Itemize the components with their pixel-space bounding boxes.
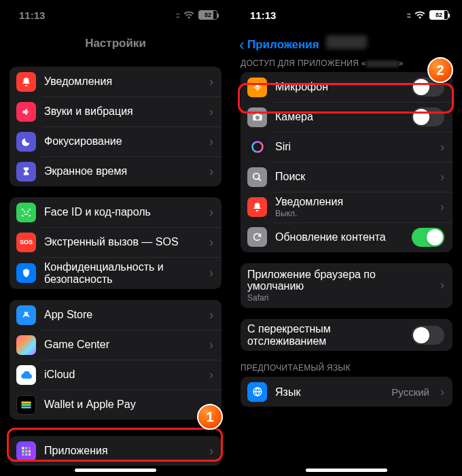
home-indicator[interactable] (75, 469, 156, 472)
chevron-right-icon: › (440, 278, 444, 292)
svg-rect-7 (29, 447, 31, 449)
row-siri[interactable]: Siri › (241, 132, 452, 162)
row-focus[interactable]: Фокусирование › (10, 126, 221, 156)
cell-signal-icon: :: (176, 11, 179, 19)
row-cross-tracking[interactable]: С перекрестным отслеживанием (241, 319, 452, 351)
row-applications[interactable]: Приложения › (10, 436, 221, 466)
group-apps: Приложения › (10, 436, 221, 466)
refresh-icon (247, 227, 267, 247)
row-label: App Store (44, 309, 201, 321)
row-label: Поиск (275, 171, 432, 183)
bell-icon (16, 72, 36, 92)
row-label: Экстренный вызов — SOS (44, 236, 201, 248)
row-label: Уведомления (44, 75, 201, 88)
row-screentime[interactable]: Экранное время › (10, 156, 221, 186)
wifi-icon (414, 10, 425, 21)
chevron-right-icon: › (209, 235, 213, 250)
back-label: Приложения (247, 38, 319, 52)
svg-point-0 (24, 211, 24, 211)
hourglass-icon (16, 162, 36, 182)
row-value: Русский (391, 386, 429, 398)
svg-rect-13 (29, 454, 31, 456)
app-name-redacted (326, 35, 367, 49)
row-label: Game Center (44, 339, 201, 351)
moon-icon (16, 132, 36, 152)
svg-rect-10 (29, 450, 31, 453)
row-microphone[interactable]: Микрофон (241, 72, 452, 102)
chevron-right-icon: › (209, 75, 213, 89)
row-label: Фокусирование (44, 135, 201, 148)
row-language[interactable]: Язык Русский › (241, 377, 452, 407)
svg-rect-8 (22, 450, 24, 453)
toggle-camera[interactable] (412, 107, 444, 126)
chevron-right-icon: › (209, 444, 213, 458)
svg-point-1 (27, 211, 28, 211)
cloud-icon (16, 365, 36, 385)
row-icloud[interactable]: iCloud › (10, 360, 221, 390)
row-notifications[interactable]: Уведомления Выкл. › (241, 192, 452, 222)
svg-rect-9 (25, 450, 28, 453)
grid-icon (16, 441, 36, 461)
chevron-right-icon: › (209, 205, 213, 220)
row-default-browser[interactable]: Приложение браузера по умолчанию Safari … (241, 263, 452, 308)
group-apple-services: App Store › Game Center › iCloud › Walle… (10, 300, 221, 420)
svg-rect-11 (22, 454, 24, 456)
sos-icon: SOS (16, 233, 36, 252)
bell-icon (247, 197, 267, 217)
row-label: iCloud (44, 369, 201, 381)
back-button[interactable]: ‹ Приложения (239, 35, 319, 54)
chevron-right-icon: › (440, 140, 444, 154)
svg-point-15 (253, 173, 260, 179)
row-label: С перекрестным отслеживанием (247, 323, 404, 347)
wallet-icon (16, 395, 36, 415)
row-notifications[interactable]: Уведомления › (10, 67, 221, 97)
group-language: Язык Русский › (241, 377, 452, 407)
row-label: Wallet и Apple Pay (44, 398, 201, 411)
content-left: Уведомления › Звуки и вибрация › Фокусир… (0, 67, 231, 474)
status-time: 11:13 (250, 10, 276, 21)
row-appstore[interactable]: App Store › (10, 300, 221, 330)
chevron-right-icon: › (440, 200, 444, 214)
cell-signal-icon: :: (407, 11, 410, 19)
row-label: Siri (275, 141, 432, 153)
svg-rect-5 (22, 447, 24, 449)
home-indicator[interactable] (306, 469, 387, 472)
svg-rect-12 (25, 454, 28, 456)
group-security: Face ID и код-пароль › SOS Экстренный вы… (10, 197, 221, 289)
callout-1: 1 (197, 404, 223, 430)
svg-rect-2 (21, 401, 31, 403)
chevron-right-icon: › (440, 385, 444, 399)
row-faceid[interactable]: Face ID и код-пароль › (10, 197, 221, 227)
toggle-background-refresh[interactable] (412, 228, 444, 247)
globe-icon (247, 382, 267, 402)
row-background-refresh[interactable]: Обновление контента (241, 222, 452, 252)
gamecenter-icon (16, 335, 36, 355)
chevron-right-icon: › (209, 368, 213, 382)
content-right: ДОСТУП ДЛЯ ПРИЛОЖЕНИЯ «» Микрофон Камера… (231, 46, 462, 407)
row-gamecenter[interactable]: Game Center › (10, 330, 221, 360)
row-camera[interactable]: Камера (241, 102, 452, 132)
group-default-browser: Приложение браузера по умолчанию Safari … (241, 263, 452, 308)
group-notifications: Уведомления › Звуки и вибрация › Фокусир… (10, 67, 221, 186)
row-search[interactable]: Поиск › (241, 162, 452, 192)
appstore-icon (16, 305, 36, 325)
svg-rect-4 (21, 406, 31, 408)
row-label: Микрофон (275, 81, 404, 93)
battery-icon: 82 (429, 10, 448, 20)
svg-rect-6 (25, 447, 28, 449)
row-value: Safari (247, 294, 432, 303)
faceid-icon (16, 203, 36, 222)
battery-icon: 82 (198, 10, 217, 20)
left-screen: 11:13 :: 82 Настройки Уведомления › Звук… (0, 0, 231, 476)
row-label: Экранное время (44, 165, 201, 177)
toggle-tracking[interactable] (412, 326, 444, 345)
row-sos[interactable]: SOS Экстренный вызов — SOS › (10, 227, 221, 257)
right-screen: 11:13 :: 82 ‹ Приложения ДОСТУП ДЛЯ ПРИЛ… (231, 0, 462, 476)
row-sounds[interactable]: Звуки и вибрация › (10, 97, 221, 126)
chevron-right-icon: › (209, 308, 213, 322)
row-label: Обновление контента (275, 231, 404, 243)
row-wallet[interactable]: Wallet и Apple Pay › (10, 390, 221, 420)
siri-icon (247, 137, 267, 157)
row-privacy[interactable]: Конфиденциальность и безопасность › (10, 257, 221, 289)
chevron-right-icon: › (209, 266, 213, 280)
